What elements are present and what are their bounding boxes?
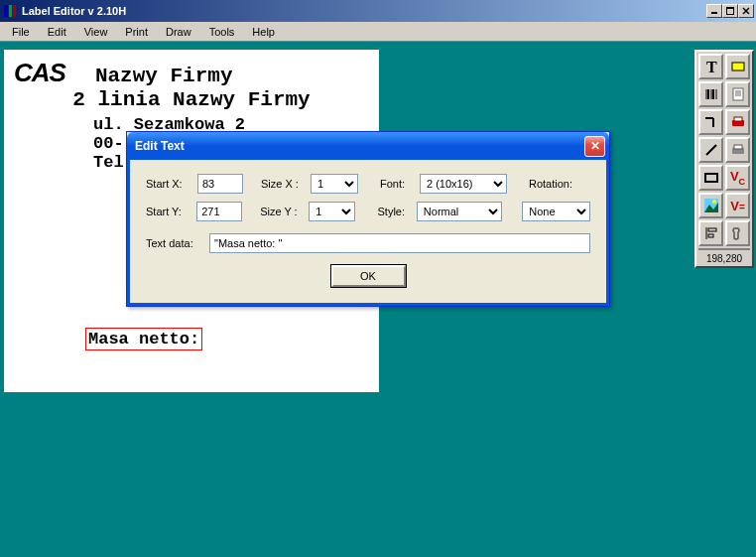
close-button[interactable] [738,4,754,18]
dialog-title: Edit Text [135,139,584,153]
svg-rect-31 [708,228,716,231]
svg-rect-22 [734,117,742,121]
tool-printer-red[interactable] [725,109,750,135]
titlebar: Label Editor v 2.10H [0,0,756,22]
app-icon [2,3,18,19]
svg-rect-15 [733,88,743,100]
cursor-position: 198,280 [698,248,750,264]
dialog-titlebar[interactable]: Edit Text ✕ [127,132,609,160]
ok-button[interactable]: OK [331,265,406,287]
menu-draw[interactable]: Draw [158,24,199,40]
tool-vc[interactable]: VC [725,165,750,191]
tool-image[interactable] [698,193,723,218]
canvas-line2: 2 linia Nazwy Firmy [14,88,369,111]
label-font: Font: [380,178,412,190]
svg-text:T: T [706,59,717,74]
svg-rect-32 [708,234,713,237]
menu-tools[interactable]: Tools [201,24,243,40]
svg-rect-0 [4,5,8,17]
svg-rect-1 [9,5,12,17]
label-startx: Start X: [146,178,189,190]
toolbox: T VC V= 198,280 [694,50,754,268]
menu-print[interactable]: Print [117,24,156,40]
workspace: CAS Nazwy Firmy 2 linia Nazwy Firmy ul. … [0,42,756,557]
label-style: Style: [377,206,408,217]
svg-line-23 [706,145,716,155]
label-starty: Start Y: [146,206,189,217]
maximize-button[interactable] [722,4,738,18]
select-style[interactable]: Normal [417,202,502,221]
tool-box-yellow[interactable] [725,54,750,79]
logo-text: CAS [14,58,65,88]
label-sizey: Size Y : [260,206,301,217]
select-rotation[interactable]: None [522,202,590,221]
label-textdata: Text data: [146,237,201,249]
tool-line[interactable] [698,137,723,163]
tool-wrench[interactable] [725,220,750,246]
menu-edit[interactable]: Edit [40,24,74,40]
selected-text-box[interactable]: Masa netto: [85,328,202,350]
dialog-close-button[interactable]: ✕ [584,136,605,157]
label-rotation: Rotation: [529,178,572,190]
canvas-line1: Nazwy Firmy [95,65,233,87]
menu-view[interactable]: View [76,24,116,40]
input-starty[interactable] [196,202,242,221]
svg-rect-25 [734,145,742,149]
tool-corner[interactable] [698,109,723,135]
svg-rect-26 [705,174,717,182]
select-sizex[interactable]: 1 [311,174,358,194]
input-startx[interactable] [197,174,243,194]
svg-point-29 [712,200,716,204]
select-font[interactable]: 2 (10x16) [420,174,507,194]
tool-document[interactable] [725,81,750,107]
tool-vequals[interactable]: V= [725,193,750,218]
tool-text[interactable]: T [698,54,723,79]
tool-rect[interactable] [698,165,723,191]
edit-text-dialog: Edit Text ✕ Start X: Size X : 1 Font: 2 … [126,131,610,307]
svg-rect-9 [732,63,744,70]
app-title: Label Editor v 2.10H [22,5,706,17]
tool-barcode[interactable] [698,81,723,107]
tool-align[interactable] [698,220,723,246]
menu-help[interactable]: Help [244,24,283,40]
svg-rect-2 [13,5,16,17]
menubar: File Edit View Print Draw Tools Help [0,22,756,42]
tool-printer[interactable] [725,137,750,163]
label-sizex: Size X : [261,178,303,190]
minimize-button[interactable] [706,4,722,18]
input-textdata[interactable] [209,233,590,253]
select-sizey[interactable]: 1 [309,202,355,221]
menu-file[interactable]: File [4,24,38,40]
